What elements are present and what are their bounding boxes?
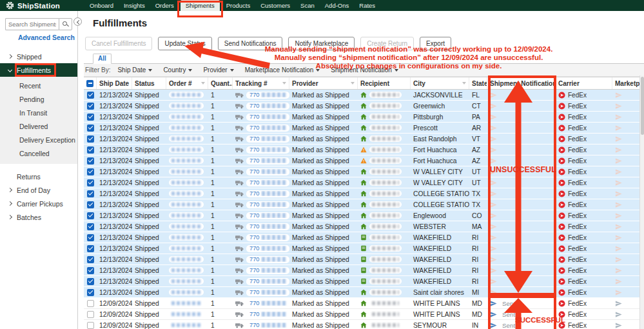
nav-item-shipments[interactable]: Shipments — [181, 0, 220, 11]
sidebar-item-delivered[interactable]: Delivered — [0, 119, 77, 133]
search-button[interactable] — [59, 18, 72, 30]
table-row[interactable]: 12/13/2024Shipped1770Marked as ShippedEn… — [84, 210, 644, 221]
sidebar-item-shipped[interactable]: Shipped — [0, 50, 77, 63]
row-checkbox[interactable] — [87, 245, 94, 252]
table-row[interactable]: 12/13/2024Shipped1770Marked as ShippedWA… — [84, 276, 644, 287]
export-button[interactable]: Export — [420, 37, 451, 50]
row-checkbox[interactable] — [87, 114, 94, 121]
column-header-state[interactable]: State — [469, 77, 487, 89]
table-row[interactable]: 12/13/2024Shipped1770Marked as ShippedWA… — [84, 254, 644, 265]
table-row[interactable]: 12/13/2024Shipped1770Marked as ShippedW … — [84, 177, 644, 188]
nav-item-customers[interactable]: Customers — [255, 0, 295, 11]
row-checkbox[interactable] — [87, 311, 94, 318]
collapse-sidebar-button[interactable] — [73, 17, 82, 26]
table-row[interactable]: 12/13/2024Shipped1770Marked as ShippedW … — [84, 166, 644, 177]
row-checkbox[interactable] — [87, 234, 94, 241]
table-row[interactable]: 12/13/2024Shipped1770Marked as ShippedWA… — [84, 243, 644, 254]
row-checkbox[interactable] — [87, 92, 94, 99]
table-row[interactable]: 12/13/2024Shipped1770Marked as ShippedFo… — [84, 145, 644, 155]
tracking-link[interactable]: 770 — [246, 278, 289, 285]
tab-all[interactable]: All — [93, 54, 112, 64]
row-checkbox[interactable] — [87, 103, 94, 110]
column-header-ship-date[interactable]: Ship Date — [97, 77, 132, 89]
tracking-link[interactable]: 770 — [246, 157, 289, 164]
filter-dropdown-shipment-notification[interactable]: Shipment Notification — [331, 66, 398, 74]
table-row[interactable]: 12/13/2024Shipped1770Marked as ShippedJA… — [84, 90, 644, 101]
table-row[interactable]: 12/13/2024Shipped1770Marked as ShippedPr… — [84, 123, 644, 134]
tracking-link[interactable]: 770 — [246, 92, 289, 99]
sidebar-item-recent[interactable]: Recent — [0, 79, 77, 92]
tracking-link[interactable]: 770 — [246, 300, 289, 307]
column-header-checkbox[interactable] — [84, 77, 97, 89]
nav-item-orders[interactable]: Orders — [150, 0, 179, 11]
tracking-link[interactable]: 770 — [246, 168, 289, 175]
row-checkbox[interactable] — [87, 146, 94, 154]
table-row[interactable]: 12/13/2024Shipped1770Marked as ShippedPi… — [84, 112, 644, 123]
update-status-button[interactable]: Update Status — [158, 37, 211, 50]
table-row[interactable]: 12/13/2024Shipped1770Marked as ShippedWA… — [84, 232, 644, 243]
tracking-link[interactable]: 770 — [246, 114, 289, 121]
tracking-link[interactable]: 770 — [246, 234, 289, 241]
nav-item-insights[interactable]: Insights — [119, 0, 150, 11]
row-checkbox[interactable] — [87, 300, 94, 307]
row-checkbox[interactable] — [87, 125, 94, 132]
tracking-link[interactable]: 770 — [246, 212, 289, 219]
row-checkbox[interactable] — [87, 190, 94, 197]
row-checkbox[interactable] — [87, 322, 94, 329]
tracking-link[interactable]: 770 — [246, 245, 289, 252]
filter-dropdown-marketplace-notification[interactable]: Marketplace Notification — [245, 66, 320, 74]
table-row[interactable]: 12/09/2024Shipped1770Marked as ShippedWH… — [84, 298, 644, 309]
tracking-link[interactable]: 770 — [246, 322, 289, 329]
column-header-recipient[interactable]: Recipient — [358, 77, 411, 89]
filter-dropdown-country[interactable]: Country — [163, 66, 192, 74]
table-row[interactable]: 12/13/2024Shipped1770Marked as ShippedSa… — [84, 287, 644, 298]
tracking-link[interactable]: 770 — [246, 125, 289, 132]
notify-marketplace-button[interactable]: Notify Marketplace — [288, 37, 355, 50]
table-row[interactable]: 12/09/2024Shipped1770Marked as ShippedSE… — [84, 320, 644, 329]
tracking-link[interactable]: 770 — [246, 103, 289, 110]
row-checkbox[interactable] — [87, 289, 94, 296]
column-header-shipment-notification[interactable]: Shipment Notification — [487, 77, 556, 89]
table-row[interactable]: 12/13/2024Shipped1770Marked as ShippedWE… — [84, 221, 644, 232]
table-row[interactable]: 12/13/2024Shipped1770Marked as ShippedFo… — [84, 155, 644, 166]
shipstation-logo[interactable]: ShipStation — [0, 0, 84, 11]
row-checkbox[interactable] — [87, 179, 94, 186]
column-header-status[interactable]: Status — [132, 77, 166, 89]
filter-dropdown-ship-date[interactable]: Ship Date — [117, 66, 152, 74]
tracking-link[interactable]: 770 — [246, 179, 289, 186]
nav-item-scan[interactable]: Scan — [295, 0, 320, 11]
filter-dropdown-provider[interactable]: Provider — [203, 66, 233, 74]
tracking-link[interactable]: 770 — [246, 146, 289, 154]
row-checkbox[interactable] — [87, 201, 94, 208]
table-row[interactable]: 12/13/2024Shipped1770Marked as ShippedWA… — [84, 265, 644, 276]
tracking-link[interactable]: 770 — [246, 223, 289, 230]
column-header-tracking[interactable]: Tracking # — [233, 77, 289, 89]
row-checkbox[interactable] — [87, 256, 94, 263]
sidebar-item-carrier-pickups[interactable]: Carrier Pickups — [0, 197, 77, 210]
column-header-order[interactable]: Order # — [166, 77, 208, 89]
row-checkbox[interactable] — [87, 278, 94, 285]
sidebar-item-delivery-exception[interactable]: Delivery Exception — [0, 133, 77, 146]
nav-item-add-ons[interactable]: Add-Ons — [320, 0, 355, 11]
column-header-quant[interactable]: Quant... — [208, 77, 233, 89]
tracking-link[interactable]: 770 — [246, 289, 289, 296]
sidebar-item-returns[interactable]: Returns — [0, 170, 77, 183]
nav-item-onboard[interactable]: Onboard — [84, 0, 119, 11]
tracking-link[interactable]: 770 — [246, 201, 289, 208]
nav-item-rates[interactable]: Rates — [354, 0, 380, 11]
column-header-carrier[interactable]: Carrier — [556, 77, 612, 89]
row-checkbox[interactable] — [87, 212, 94, 219]
row-checkbox[interactable] — [87, 157, 94, 164]
tracking-link[interactable]: 770 — [246, 311, 289, 318]
sidebar-item-end-of-day[interactable]: End of Day — [0, 183, 77, 197]
sidebar-item-batches[interactable]: Batches — [0, 210, 77, 224]
nav-item-products[interactable]: Products — [221, 0, 256, 11]
search-input[interactable] — [5, 18, 59, 30]
select-all-checkbox[interactable] — [86, 80, 93, 87]
tracking-link[interactable]: 770 — [246, 256, 289, 263]
table-row[interactable]: 12/13/2024Shipped1770Marked as ShippedCO… — [84, 188, 644, 199]
table-row[interactable]: 12/13/2024Shipped1770Marked as ShippedCO… — [84, 199, 644, 210]
vertical-scrollbar[interactable] — [639, 75, 644, 329]
tracking-link[interactable]: 770 — [246, 190, 289, 197]
column-header-city[interactable]: City — [411, 77, 469, 89]
